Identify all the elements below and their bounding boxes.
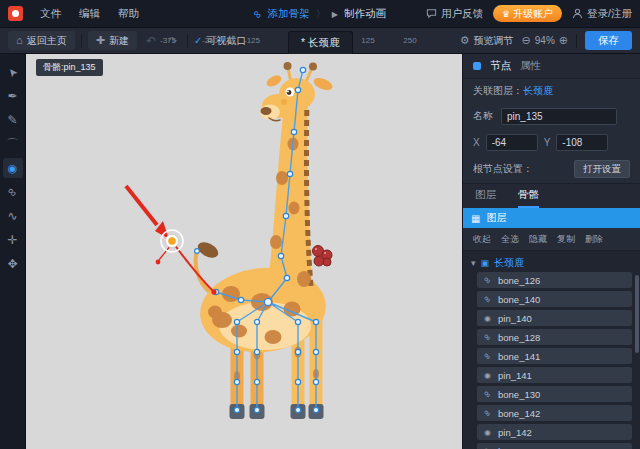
menubar: 文件编辑帮助 ∞ 添加骨架 〉 ▶ 制作动画 用户反馈 ♛ 升级账户 登录/注册 [0, 0, 640, 28]
pin-tool[interactable]: ◉ [3, 158, 23, 178]
bone-row[interactable]: ∞ bone_128 [477, 329, 632, 345]
toolbar-right: ⚙ 预览调节 ⊖ 94% ⊕ 保存 [460, 31, 632, 50]
undo-button[interactable]: ↶ [143, 35, 159, 47]
red-arrow [126, 186, 157, 225]
transform-tool[interactable]: ✛ [3, 230, 23, 250]
canvas[interactable]: 骨骼:pin_135 [26, 54, 462, 449]
action-button[interactable]: 复制 [557, 233, 575, 246]
stage[interactable] [26, 54, 462, 449]
tab-properties[interactable]: 属性 [520, 59, 541, 73]
preview-settings-button[interactable]: ⚙ 预览调节 [460, 34, 514, 48]
ruler-tick: 125 [361, 36, 374, 45]
bone-icon: ∞ [251, 7, 265, 21]
curve-tool[interactable]: ∿ [3, 206, 23, 226]
linked-layer-value[interactable]: 长颈鹿 [523, 84, 553, 98]
tool-strip: ➤✒✎⌒◉∞∿✛✥ [0, 54, 26, 449]
linked-layer-row: 关联图层： 长颈鹿 [463, 79, 640, 103]
bone-row[interactable]: ◉ pin_142 [477, 424, 632, 440]
upgrade-account-button[interactable]: ♛ 升级账户 [493, 5, 562, 22]
selected-pin[interactable] [161, 230, 183, 252]
save-button[interactable]: 保存 [585, 31, 632, 50]
new-file-icon: ✚ [96, 35, 105, 46]
menu-item[interactable]: 帮助 [109, 0, 148, 28]
scrollbar-thumb[interactable] [635, 275, 639, 353]
name-input[interactable] [501, 108, 617, 125]
redo-button[interactable]: ↷ [165, 35, 181, 47]
coords-row: X Y [463, 129, 640, 155]
list-tabs: 图层 骨骼 [463, 184, 640, 208]
brush-tool[interactable]: ✎ [3, 110, 23, 130]
tab-layers[interactable]: 图层 [475, 188, 496, 208]
bone-icon: ∞ [481, 406, 494, 419]
open-settings-button[interactable]: 打开设置 [574, 160, 630, 178]
zoom-level[interactable]: 94% [535, 35, 555, 46]
bone-row[interactable]: ∞ bone_140 [477, 291, 632, 307]
hand-tool[interactable]: ✥ [3, 254, 23, 274]
select-tool[interactable]: ➤ [3, 62, 23, 82]
visibility-toggle[interactable]: ✓ 可视截口 [194, 34, 246, 48]
crown-icon: ♛ [502, 9, 510, 19]
play-icon: ▶ [332, 10, 338, 19]
bone-row[interactable]: ∞ bone_132 [477, 443, 632, 449]
zoom-in-button[interactable]: ⊕ [559, 34, 568, 47]
feedback-button[interactable]: 用户反馈 [426, 7, 483, 21]
giraffe-illustration [195, 62, 334, 419]
menu-item[interactable]: 文件 [31, 0, 70, 28]
action-button[interactable]: 收起 [473, 233, 491, 246]
bone-tool[interactable]: ∞ [3, 182, 23, 202]
linked-layer-label: 关联图层： [473, 84, 523, 98]
caret-down-icon[interactable]: ▾ [471, 258, 476, 268]
ruler-tick: 250 [403, 36, 416, 45]
list-actions: 收起全选隐藏复制删除 [463, 228, 640, 251]
divider [81, 34, 82, 48]
workflow-steps: ∞ 添加骨架 〉 ▶ 制作动画 [254, 0, 386, 28]
zoom-out-button[interactable]: ⊖ [522, 34, 531, 47]
name-row: 名称 [463, 103, 640, 129]
inspector-header: 节点 属性 [463, 54, 640, 79]
bone-row[interactable]: ◉ pin_141 [477, 367, 632, 383]
tree-root-label: 长颈鹿 [494, 256, 524, 270]
tab-bones[interactable]: 骨骼 [518, 188, 539, 208]
divider [187, 34, 188, 48]
bone-icon: ∞ [481, 330, 494, 343]
bone-tooltip: 骨骼:pin_135 [36, 59, 103, 76]
bone-icon: ◉ [483, 371, 492, 380]
menu-item[interactable]: 编辑 [70, 0, 109, 28]
bone-row[interactable]: ◉ pin_140 [477, 310, 632, 326]
new-button[interactable]: ✚ 新建 [88, 31, 137, 50]
y-input[interactable] [556, 134, 608, 151]
home-button[interactable]: ⌂ 返回主页 [8, 31, 75, 50]
bone-icon: ∞ [481, 273, 494, 286]
login-button[interactable]: 登录/注册 [572, 7, 632, 21]
x-input[interactable] [486, 134, 538, 151]
bone-row[interactable]: ∞ bone_142 [477, 405, 632, 421]
group-icon: ▣ [481, 258, 490, 268]
action-button[interactable]: 隐藏 [529, 233, 547, 246]
divider [576, 34, 577, 48]
action-button[interactable]: 全选 [501, 233, 519, 246]
document-tab[interactable]: * 长颈鹿 [288, 31, 353, 54]
speech-bubble-icon [426, 8, 437, 19]
workflow-step-animate[interactable]: 制作动画 [344, 7, 386, 21]
app-window: 文件编辑帮助 ∞ 添加骨架 〉 ▶ 制作动画 用户反馈 ♛ 升级账户 登录/注册 [0, 0, 640, 449]
app-logo [8, 6, 23, 21]
magnet-tool[interactable]: ⌒ [3, 134, 23, 154]
action-button[interactable]: 删除 [585, 233, 603, 246]
workflow-step-add-skeleton[interactable]: 添加骨架 [268, 7, 310, 21]
redo-icon: ↷ [168, 34, 178, 48]
bone-icon: ◉ [483, 314, 492, 323]
home-icon: ⌂ [16, 35, 23, 46]
toolbar: ⌂ 返回主页 ✚ 新建 ↶ ↷ ✓ 可视截口 -375-250-12512525… [0, 28, 640, 54]
bone-row[interactable]: ∞ bone_141 [477, 348, 632, 364]
tab-node[interactable]: 节点 [490, 59, 511, 73]
tree-root-row[interactable]: ▾ ▣ 长颈鹿 [463, 254, 640, 272]
bone-icon: ◉ [483, 428, 492, 437]
pen-tool[interactable]: ✒ [3, 86, 23, 106]
bone-icon: ∞ [481, 349, 494, 362]
inspector-panel: 节点 属性 关联图层： 长颈鹿 名称 X Y 根节点设置： 打开设置 图层 骨骼… [462, 54, 640, 449]
selected-layer-banner[interactable]: ▦ 图层 [463, 208, 640, 228]
gear-icon: ⚙ [460, 35, 470, 46]
bone-icon: ∞ [481, 292, 494, 305]
bone-row[interactable]: ∞ bone_130 [477, 386, 632, 402]
bone-row[interactable]: ∞ bone_126 [477, 272, 632, 288]
